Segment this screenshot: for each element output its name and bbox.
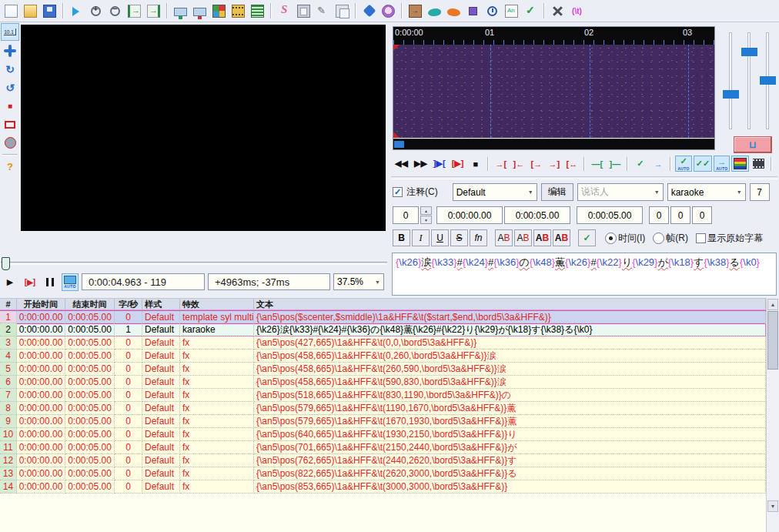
styles-manager-button[interactable] [210,2,228,20]
table-row[interactable]: 130:00:00.000:00:05.000Defaultfx{\an5\po… [0,467,766,480]
table-row[interactable]: 10:00:00.000:00:05.000Defaulttemplate sy… [0,310,766,323]
properties-button[interactable] [295,2,313,20]
italic-button[interactable]: I [412,229,430,246]
table-row[interactable]: 50:00:00.000:00:05.000Defaultfx{\an5\pos… [0,363,766,376]
timing-postprocessor-button[interactable] [483,2,501,20]
select-lines-button[interactable] [522,2,540,20]
audio-play-last-500-button[interactable]: →] [546,156,562,172]
audio-play-500-after-button[interactable]: ]← [510,156,527,172]
layer-spinner[interactable]: ▲ ▼ [420,206,432,224]
time-mode-radio[interactable] [605,233,617,244]
outline-color-button[interactable]: AB [533,229,551,246]
margin-right-field[interactable]: 0 [670,206,690,224]
copy-subtitles-button[interactable] [333,2,351,20]
audio-scrollbar[interactable] [393,139,714,149]
grid-vertical-scrollbar[interactable]: ▲ ▼ [766,298,779,532]
select-visible-start-button[interactable] [172,2,189,20]
video-auto-seek-toggle[interactable]: AUTO [62,273,79,291]
attachments-button[interactable] [229,2,247,20]
video-zoom-select[interactable]: 37.5% ▼ [333,273,384,290]
scale-tool[interactable]: ■ [1,97,19,115]
layer-field[interactable]: 0 [393,206,419,224]
automation-button[interactable] [360,2,378,20]
zoom-out-button[interactable] [106,2,124,20]
kara-templater-button[interactable] [379,2,397,20]
subtitle-edit-box[interactable]: {\k26}涙{\k33}#{\k24}#{\k36}の{\k48}薫{\k26… [392,253,777,296]
scroll-up-icon[interactable]: ▲ [767,299,778,310]
shift-times-button[interactable] [406,2,424,20]
audio-commit-button[interactable]: ✓ [632,156,648,172]
video-play-line-button[interactable]: [▶] [22,273,38,291]
zoom-in-button[interactable] [87,2,105,20]
audio-play-first-500-button[interactable]: [→ [528,156,544,172]
translation-assistant-button[interactable] [445,2,463,20]
audio-horizontal-zoom-slider[interactable] [723,90,739,99]
clip-tool[interactable] [1,115,19,133]
audio-vertical-zoom-slider[interactable] [741,48,757,56]
snap-start-to-video-button[interactable] [125,2,143,20]
audio-play-to-end-button[interactable]: [↔ [563,156,580,172]
standard-tool[interactable]: 10.1 [1,23,19,41]
audio-goto-selection-button[interactable]: → [650,156,666,172]
save-subtitles-button[interactable] [41,2,59,20]
audio-play-current-button[interactable]: [▶] [450,156,466,172]
audio-auto-commit-button[interactable]: ✓AUTO [675,156,691,172]
audio-stop-button[interactable]: ■ [467,156,483,172]
strikeout-button[interactable]: S [450,229,468,246]
audio-medusa-timing-button[interactable] [751,156,767,172]
video-play-button[interactable]: ▶ [2,273,18,291]
rotate-z-tool[interactable]: ↻ [1,60,19,78]
audio-auto-scroll-button[interactable]: →AUTO [714,156,730,172]
video-pause-button[interactable] [42,273,59,291]
table-row[interactable]: 40:00:00.000:00:05.000Defaultfx{\an5\pos… [0,350,766,363]
margin-left-field[interactable]: 0 [649,206,669,224]
table-row[interactable]: 140:00:00.000:00:05.000Defaultfx{\an5\po… [0,480,766,494]
options-button[interactable] [549,2,567,20]
jump-to-button[interactable] [68,2,85,20]
table-row[interactable]: 120:00:00.000:00:05.000Defaultfx{\an5\po… [0,454,766,467]
end-time-field[interactable]: 0:00:05.00 [504,206,570,224]
style-select[interactable]: Default ▼ [453,183,537,201]
scrollbar-thumb[interactable] [767,311,778,370]
table-row[interactable]: 30:00:00.000:00:05.000Defaultfx{\an5\pos… [0,336,766,350]
fonts-collector-button[interactable] [249,2,266,20]
audio-play-500-before-button[interactable]: →[ [493,156,509,172]
vector-clip-tool[interactable] [1,134,19,152]
secondary-color-button[interactable]: AB [514,229,532,246]
video-seek-bar[interactable] [1,257,389,269]
table-row[interactable]: 20:00:00.000:00:05.001Defaultkaraoke{\k2… [0,323,766,336]
help-tool[interactable]: ? [1,158,19,176]
video-seek-handle[interactable] [2,257,10,270]
audio-karaoke-split-button[interactable]: ⊔ [734,136,772,153]
scroll-down-icon[interactable]: ▼ [767,500,778,512]
table-row[interactable]: 90:00:00.000:00:05.000Defaultfx{\an5\pos… [0,415,766,428]
shadow-color-button[interactable]: AB [553,229,570,246]
commit-button[interactable]: ✓ [578,229,596,246]
attach-subtitles-button[interactable] [314,2,332,20]
visual-typesetting-button[interactable]: (\t) [568,2,586,20]
show-original-checkbox[interactable] [696,233,706,243]
underline-button[interactable]: U [431,229,449,246]
frame-mode-radio[interactable] [653,233,664,244]
bold-button[interactable]: B [393,229,410,246]
new-subtitles-button[interactable] [2,2,20,20]
audio-timeline-ruler[interactable]: 0:00:00010203 [393,27,714,45]
table-row[interactable]: 100:00:00.000:00:05.000Defaultfx{\an5\po… [0,428,766,441]
start-time-field[interactable]: 0:00:00.00 [436,206,503,224]
spinner-down-icon[interactable]: ▼ [420,216,432,224]
effect-select[interactable]: karaoke ▼ [667,183,746,201]
audio-volume-slider[interactable] [760,76,776,85]
spinner-up-icon[interactable]: ▲ [420,206,432,215]
audio-spectrum-mode-button[interactable] [731,156,749,172]
audio-next-line-button[interactable]: ▶▶ [412,156,430,172]
spell-checker-button[interactable] [276,2,293,20]
resample-resolution-button[interactable] [464,2,482,20]
audio-play-selection-button[interactable]: ]▶[ [431,156,448,172]
table-row[interactable]: 70:00:00.000:00:05.000Defaultfx{\an5\pos… [0,389,766,402]
table-row[interactable]: 60:00:00.000:00:05.000Defaultfx{\an5\pos… [0,376,766,389]
table-row[interactable]: 110:00:00.000:00:05.000Defaultfx{\an5\po… [0,441,766,454]
audio-lead-in-button[interactable]: —[ [589,156,605,172]
primary-color-button[interactable]: AB [495,229,513,246]
rotate-xy-tool[interactable]: ↺ [1,79,19,96]
font-face-button[interactable]: fn [470,229,487,246]
